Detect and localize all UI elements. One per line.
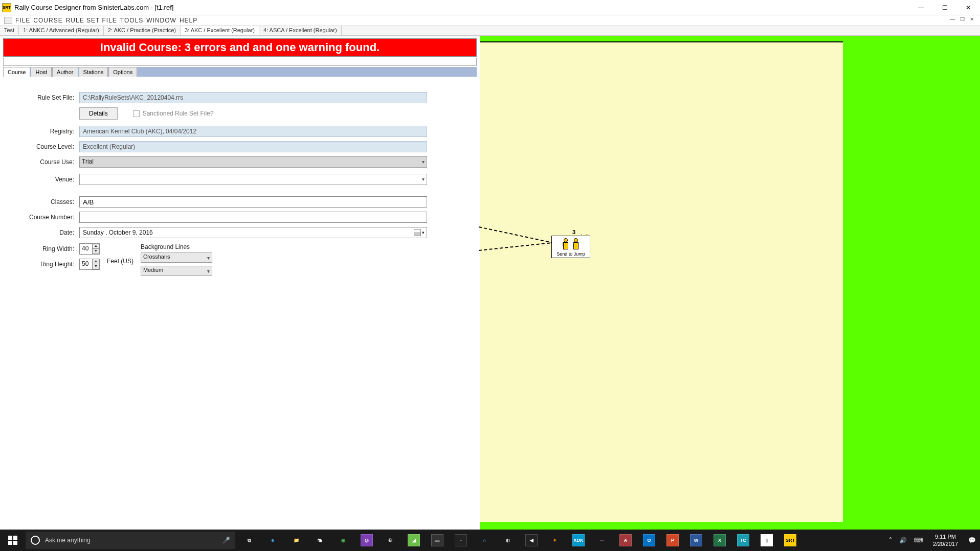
menu-file[interactable]: FILE — [15, 17, 30, 24]
menu-help[interactable]: HELP — [180, 17, 197, 24]
select-bg-style[interactable]: Crosshairs ▾ — [141, 252, 212, 263]
select-course-use[interactable]: Trial ▾ — [79, 156, 427, 168]
inner-tab-options[interactable]: Options — [108, 67, 137, 77]
station-path-out: - - - — [580, 231, 590, 243]
tray-date: 2/20/2017 — [933, 540, 958, 547]
taskbar-app-outlook[interactable]: O — [637, 530, 661, 551]
taskbar-app-app12[interactable]: ◐ — [496, 530, 520, 551]
subtab-3[interactable]: 3: AKC / Excellent (Regular) — [181, 26, 259, 35]
ring-height-value: 50 — [82, 260, 88, 267]
chevron-down-icon: ▾ — [207, 268, 210, 274]
taskbar-app-excel[interactable]: X — [708, 530, 731, 551]
chevron-down-icon: ▾ — [207, 255, 210, 261]
taskbar-app-store[interactable]: 🛍 — [308, 530, 331, 551]
label-date: Date: — [10, 229, 79, 236]
tray-chevron-up-icon[interactable]: ˄ — [889, 537, 892, 544]
station-caption: Send to Jump — [553, 251, 589, 257]
station-card[interactable]: 3 - - - ⋈ Send to Jump — [551, 236, 590, 258]
course-canvas[interactable]: 3 - - - ⋈ Send to Jump — [480, 41, 843, 522]
label-course-number: Course Number: — [10, 214, 79, 221]
taskbar-app-app10[interactable]: ▪ — [449, 530, 473, 551]
taskbar-app-gog[interactable]: ◎ — [355, 530, 378, 551]
field-registry: American Kennel Club (AKC), 04/04/2012 — [79, 126, 427, 137]
field-rule-set-file: C:\RallyRuleSets\AKC_20120404.rrs — [79, 92, 427, 103]
start-button[interactable] — [0, 530, 26, 551]
subtab-2[interactable]: 2: AKC / Practice (Practice) — [104, 26, 181, 35]
mic-icon[interactable]: 🎤 — [222, 537, 230, 544]
input-date[interactable]: Sunday , October 9, 2016 ▾ — [79, 227, 427, 238]
calendar-icon[interactable] — [414, 229, 421, 236]
search-box[interactable]: Ask me anything 🎤 — [26, 532, 235, 549]
app-icon: SRT — [2, 3, 11, 12]
tray-keyboard-icon[interactable]: ⌨ — [914, 537, 923, 544]
sanctioned-checkbox[interactable] — [133, 110, 140, 117]
spin-up-icon[interactable]: ▲ — [93, 244, 99, 249]
taskbar-app-visual-studio[interactable]: ∞ — [590, 530, 614, 551]
taskbar-app-app7[interactable]: ☯ — [378, 530, 402, 551]
select-venue[interactable]: ▾ — [79, 174, 427, 185]
window-title: Rally Course Designer from SinisterLabs.… — [14, 4, 173, 11]
chevron-down-icon[interactable]: ▾ — [422, 230, 425, 235]
chevron-down-icon: ▾ — [422, 159, 425, 165]
subtab-test[interactable]: Test — [0, 26, 19, 35]
tray-notifications-icon[interactable]: 💬 — [968, 537, 976, 544]
spin-up-icon[interactable]: ▲ — [93, 259, 99, 264]
titlebar: SRT Rally Course Designer from SinisterL… — [0, 0, 980, 15]
maximize-button[interactable]: ☐ — [933, 0, 956, 15]
label-venue: Venue: — [10, 176, 79, 183]
date-value: Sunday , October 9, 2016 — [83, 229, 153, 236]
spin-down-icon[interactable]: ▼ — [93, 264, 99, 269]
label-rule-set-file: Rule Set File: — [10, 94, 79, 101]
mdi-restore[interactable]: ❐ — [960, 16, 965, 22]
minimize-button[interactable]: — — [909, 0, 933, 15]
cortana-icon — [31, 536, 40, 545]
mdi-close[interactable]: ✕ — [970, 16, 974, 22]
menu-window[interactable]: WINDOW — [146, 17, 176, 24]
taskbar-app-cmd[interactable]: ▬ — [426, 530, 449, 551]
inner-tab-stations[interactable]: Stations — [79, 67, 108, 77]
input-course-number[interactable] — [79, 212, 427, 223]
input-classes[interactable] — [79, 196, 427, 208]
taskbar-app-file-explorer[interactable]: 📁 — [284, 530, 308, 551]
windows-icon — [8, 536, 17, 545]
taskbar-app-teamcity[interactable]: TC — [731, 530, 755, 551]
tray-volume-icon[interactable]: 🔊 — [899, 537, 907, 544]
inner-tab-author[interactable]: Author — [52, 67, 78, 77]
system-tray: ˄ 🔊 ⌨ 9:11 PM 2/20/2017 💬 — [889, 533, 980, 547]
menu-tools[interactable]: TOOLS — [120, 17, 143, 24]
taskbar-app-task-view[interactable]: ⧉ — [237, 530, 261, 551]
taskbar-app-unity[interactable]: ◀ — [520, 530, 543, 551]
subtab-1[interactable]: 1: ANKC / Advanced (Regular) — [19, 26, 104, 35]
taskbar-app-access[interactable]: A — [614, 530, 637, 551]
spin-down-icon[interactable]: ▼ — [93, 249, 99, 254]
taskbar-app-edge[interactable]: e — [261, 530, 284, 551]
search-placeholder: Ask me anything — [45, 537, 91, 544]
taskbar-app-app11[interactable]: ∩ — [473, 530, 496, 551]
subtab-4[interactable]: 4: ASCA / Excellent (Regular) — [259, 26, 342, 35]
taskbar-app-rally-app[interactable]: SRT — [778, 530, 802, 551]
taskbar-app-powerpoint[interactable]: P — [661, 530, 684, 551]
spinner-ring-height[interactable]: 50 ▲▼ — [79, 259, 100, 270]
details-button[interactable]: Details — [79, 107, 118, 120]
menu-course[interactable]: COURSE — [33, 17, 62, 24]
close-button[interactable]: ✕ — [956, 0, 980, 15]
chevron-down-icon: ▾ — [422, 176, 425, 182]
taskbar-app-chrome[interactable]: ◉ — [331, 530, 355, 551]
inner-tab-course[interactable]: Course — [3, 67, 30, 77]
figure-icon — [563, 238, 569, 250]
taskbar-app-word[interactable]: W — [684, 530, 708, 551]
sanctioned-checkbox-wrap[interactable]: Sanctioned Rule Set File? — [133, 110, 214, 117]
inner-tab-host[interactable]: Host — [31, 67, 52, 77]
spinner-ring-width[interactable]: 40 ▲▼ — [79, 243, 100, 255]
menu-ruleset[interactable]: RULE SET FILE — [66, 17, 117, 24]
taskbar-app-xdk[interactable]: XDK — [567, 530, 590, 551]
mdi-minimize[interactable]: — — [950, 16, 955, 22]
right-panel: 3 - - - ⋈ Send to Jump — [480, 36, 980, 530]
taskbar-app-app8[interactable]: ◢ — [402, 530, 426, 551]
taskbar-app-blender[interactable]: ✦ — [543, 530, 567, 551]
tray-clock[interactable]: 9:11 PM 2/20/2017 — [930, 533, 961, 547]
label-bg-lines: Background Lines — [141, 243, 212, 250]
taskbar-app-notepad[interactable]: ▯ — [755, 530, 778, 551]
bg-weight-value: Medium — [143, 267, 163, 273]
select-bg-weight[interactable]: Medium ▾ — [141, 266, 212, 276]
